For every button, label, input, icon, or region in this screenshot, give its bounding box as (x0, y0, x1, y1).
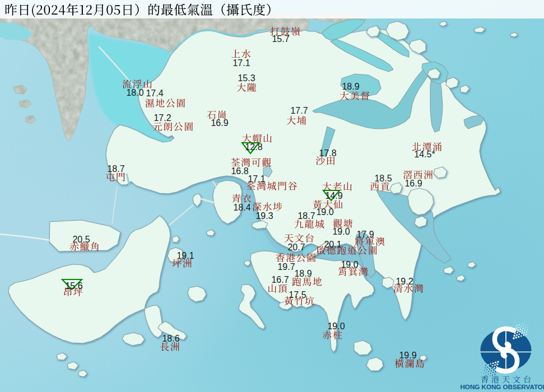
svg-text:19.0: 19.0 (316, 207, 333, 217)
svg-text:16.9: 16.9 (404, 179, 422, 188)
svg-text:18.4: 18.4 (233, 203, 250, 212)
svg-text:20.1: 20.1 (324, 240, 341, 249)
svg-text:17.9: 17.9 (356, 230, 374, 239)
svg-text:15.7: 15.7 (272, 34, 289, 44)
svg-text:19.2: 19.2 (396, 277, 413, 286)
svg-text:16.7: 16.7 (271, 275, 289, 284)
svg-text:19.3: 19.3 (255, 211, 273, 221)
svg-text:16.9: 16.9 (211, 118, 228, 128)
svg-text:19.7: 19.7 (277, 262, 295, 272)
svg-text:19.0: 19.0 (327, 321, 345, 331)
svg-text:19.0: 19.0 (341, 260, 358, 269)
svg-text:19.9: 19.9 (399, 351, 416, 360)
svg-text:12.8: 12.8 (245, 142, 262, 152)
svg-text:19.1: 19.1 (176, 251, 194, 260)
svg-text:HONG KONG OBSERVATORY: HONG KONG OBSERVATORY (461, 383, 544, 390)
svg-text:18.9: 18.9 (294, 269, 311, 278)
svg-text:19.0: 19.0 (332, 227, 350, 236)
svg-text:17.7: 17.7 (290, 106, 308, 115)
svg-text:18.5: 18.5 (374, 174, 392, 183)
svg-text:17.5: 17.5 (289, 290, 306, 300)
svg-text:15.3: 15.3 (238, 73, 255, 83)
svg-text:18.9: 18.9 (342, 82, 359, 91)
svg-text:20.5: 20.5 (72, 235, 90, 244)
svg-text:17.1: 17.1 (233, 58, 250, 68)
svg-text:18.0: 18.0 (126, 88, 143, 97)
svg-text:20.7: 20.7 (287, 242, 305, 252)
svg-text:17.8: 17.8 (319, 148, 336, 158)
svg-text:17.2: 17.2 (154, 113, 171, 123)
svg-text:14.5*: 14.5* (414, 150, 435, 159)
svg-text:17.4: 17.4 (146, 88, 163, 98)
svg-text:18.7: 18.7 (107, 164, 124, 174)
svg-text:14.9: 14.9 (325, 191, 342, 200)
svg-text:18.6: 18.6 (162, 334, 179, 343)
svg-text:17.1: 17.1 (248, 174, 265, 184)
svg-text:18.7: 18.7 (297, 211, 315, 221)
svg-text:15.6: 15.6 (65, 281, 82, 291)
svg-text:16.8: 16.8 (231, 166, 248, 176)
